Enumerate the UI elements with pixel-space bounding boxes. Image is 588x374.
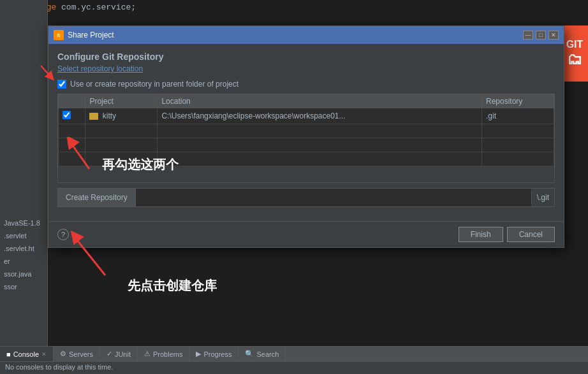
title-bar-left: S Share Project — [54, 30, 114, 40]
dialog-icon: S — [54, 30, 64, 40]
folder-icon — [89, 113, 98, 120]
console-icon: ■ — [6, 350, 11, 358]
table-row[interactable]: kitty C:\Users\fangxiang\eclipse-workspa… — [59, 108, 554, 124]
dialog-title-bar: S Share Project — □ ✕ — [48, 26, 564, 44]
create-repository-button[interactable]: Create Repository — [58, 189, 136, 206]
select-location-link[interactable]: Select repository location — [57, 64, 143, 73]
arrow-create-repo — [67, 229, 118, 280]
col-location: Location — [158, 95, 482, 108]
tab-progress[interactable]: ▶ Progress — [189, 347, 239, 361]
finish-button[interactable]: Finish — [459, 227, 503, 242]
junit-icon: ✓ — [107, 350, 112, 358]
use-parent-folder-label: Use or create repository in parent folde… — [70, 80, 239, 89]
search-icon: 🔍 — [245, 350, 254, 358]
annotation-click-create-text: 先点击创建仓库 — [128, 277, 217, 294]
empty-row-2 — [59, 138, 554, 152]
cancel-button[interactable]: Cancel — [507, 227, 555, 242]
no-console-message: No consoles to display at this time. — [5, 363, 113, 371]
project-cell: kitty — [85, 108, 158, 124]
git-logo: GIT 🗂 — [561, 25, 588, 82]
create-repo-row: Create Repository \.git — [57, 188, 555, 207]
dialog-body: Configure Git Repository Select reposito… — [48, 44, 564, 221]
progress-tab-label: Progress — [203, 350, 232, 358]
tab-problems[interactable]: ⚠ Problems — [138, 347, 189, 361]
console-bar: ■ Console ✕ ⚙ Servers ✓ JUnit ⚠ Problems… — [0, 346, 588, 374]
console-tab-close[interactable]: ✕ — [41, 351, 47, 357]
minimize-button[interactable]: — — [523, 31, 533, 40]
row-checkbox[interactable] — [62, 111, 71, 119]
search-tab-label: Search — [256, 350, 279, 358]
use-parent-folder-checkbox[interactable] — [57, 80, 66, 89]
junit-tab-label: JUnit — [115, 350, 131, 358]
git-suffix-label: \.git — [531, 191, 554, 205]
tab-console[interactable]: ■ Console ✕ — [0, 347, 54, 361]
arrow-select-location — [38, 63, 56, 81]
title-controls[interactable]: — □ ✕ — [523, 31, 559, 40]
problems-tab-label: Problems — [153, 350, 182, 358]
col-repository: Repository — [481, 95, 554, 108]
sidebar: JavaSE-1.8 .servlet .servlet.ht er ssor.… — [0, 0, 48, 374]
servers-tab-label: Servers — [69, 350, 93, 358]
servers-icon: ⚙ — [60, 350, 66, 358]
code-line-1: 1 package com.yc.service; — [0, 0, 588, 15]
repo-cell: .git — [481, 108, 554, 124]
dialog-title: Share Project — [68, 31, 114, 40]
console-tab-label: Console — [13, 350, 39, 358]
use-parent-folder-row: Use or create repository in parent folde… — [57, 80, 555, 89]
progress-icon: ▶ — [196, 350, 201, 358]
col-check — [59, 95, 85, 108]
footer-buttons: Finish Cancel — [459, 227, 555, 242]
select-location-container: Select repository location — [57, 64, 143, 80]
annotation-recheck-text: 再勾选这两个 — [102, 156, 179, 173]
share-project-dialog: S Share Project — □ ✕ Configure Git Repo… — [48, 25, 564, 248]
problems-icon: ⚠ — [144, 350, 151, 358]
configure-title: Configure Git Repository — [57, 52, 555, 62]
console-tabs: ■ Console ✕ ⚙ Servers ✓ JUnit ⚠ Problems… — [0, 347, 588, 362]
tab-search[interactable]: 🔍 Search — [239, 347, 286, 361]
console-content: No consoles to display at this time. — [0, 362, 588, 372]
sidebar-item-servlet: .servlet — [0, 229, 47, 242]
col-project: Project — [85, 95, 158, 108]
empty-row-1 — [59, 124, 554, 138]
sidebar-item-javaee: JavaSE-1.8 — [0, 217, 47, 229]
maximize-button[interactable]: □ — [536, 31, 546, 40]
sidebar-item-er: er — [0, 255, 47, 268]
arrow-recheck — [64, 137, 102, 172]
sidebar-item-ssor: ssor — [0, 280, 47, 293]
table-header-row: Project Location Repository — [59, 95, 554, 108]
project-name: kitty — [103, 111, 116, 120]
repo-path-input[interactable] — [136, 189, 531, 206]
svg-line-1 — [70, 142, 89, 169]
tab-junit[interactable]: ✓ JUnit — [100, 347, 138, 361]
sidebar-item-ssor-java: ssor.java — [0, 268, 47, 280]
row-checkbox-cell[interactable] — [59, 108, 85, 124]
svg-line-0 — [41, 66, 51, 77]
tab-servers[interactable]: ⚙ Servers — [54, 347, 100, 361]
location-cell: C:\Users\fangxiang\eclipse-workspace\wor… — [158, 108, 482, 124]
dialog-footer: ? Finish Cancel — [48, 221, 564, 247]
sidebar-item-servlet-ht: .servlet.ht — [0, 242, 47, 255]
close-button[interactable]: ✕ — [548, 31, 559, 40]
svg-line-2 — [75, 237, 105, 275]
